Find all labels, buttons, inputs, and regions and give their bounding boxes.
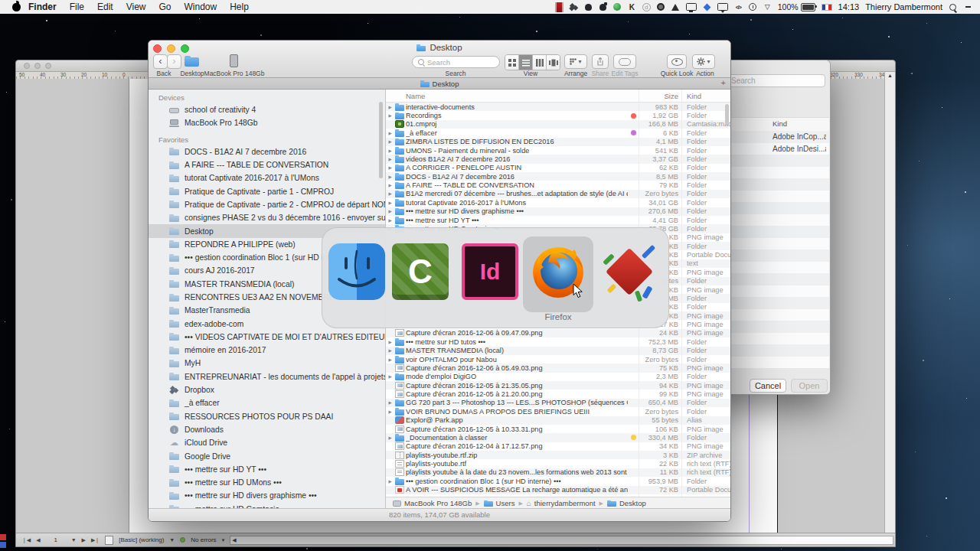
d-circle-icon[interactable]: d — [642, 3, 651, 11]
notification-center-icon[interactable] — [963, 2, 972, 12]
open-button[interactable]: Open — [791, 379, 828, 393]
action-button[interactable]: ▾ — [692, 54, 715, 69]
scroll-up-icon[interactable]: ▲ — [885, 73, 895, 78]
sidebar-item[interactable]: Pratique de Captivate - partie 1 - CMPRO… — [149, 184, 385, 197]
tab-desktop[interactable]: Desktop — [420, 80, 459, 88]
battery-icon[interactable] — [801, 3, 815, 11]
disclosure-triangle-icon[interactable]: ▶ — [386, 113, 394, 118]
sidebar-item[interactable]: DOCS - B1A2 AI 7 decembre 2016 — [149, 145, 385, 158]
app-icon-red-shapes-app[interactable] — [601, 243, 658, 300]
menu-file[interactable]: File — [70, 2, 84, 12]
green-apple-icon[interactable] — [613, 2, 622, 12]
sidebar-item[interactable]: ••• mettre sur HD YT ••• — [149, 463, 385, 476]
time-machine-icon[interactable] — [749, 2, 757, 12]
disclosure-triangle-icon[interactable]: ▶ — [386, 157, 394, 161]
path-segment[interactable]: Desktop — [607, 499, 646, 507]
sidebar-item[interactable]: Pratique de Captivate - partie 2 - CMPRO… — [149, 198, 385, 211]
menu-go[interactable]: Go — [159, 2, 172, 12]
new-tab-button[interactable]: + — [721, 78, 726, 87]
back-button[interactable]: ‹ — [153, 54, 168, 69]
file-row[interactable]: ▶••• mettre sur HD YT •••4,41 GBFolder — [386, 216, 730, 224]
K-icon[interactable]: K — [628, 2, 636, 12]
file-row[interactable]: A VOIR --- SUSPICIOUS MESSAGE La recharg… — [386, 486, 730, 494]
disclosure-triangle-icon[interactable]: ▶ — [386, 201, 394, 205]
file-row[interactable]: ▶A CORRIGER - PENELOPE AUSTIN62 KBFolder — [386, 164, 730, 172]
coverflow-view-button[interactable] — [547, 55, 560, 70]
disclosure-triangle-icon[interactable]: ▶ — [386, 105, 394, 109]
sidebar-item[interactable]: RESSOURCES PHOTOS POUR PS DAAI — [149, 410, 385, 423]
disclosure-triangle-icon[interactable]: ▶ — [386, 218, 394, 223]
app-icon-indesign[interactable]: Id — [462, 243, 518, 300]
file-row[interactable]: ▶DOCS - B1A2 AI 7 decembre 20168,5 MBFol… — [386, 172, 730, 181]
sidebar-item[interactable]: ENTREPREUNARIAT - les documents de l'app… — [149, 370, 385, 383]
file-row[interactable]: ▶UMONS - Paiement du minerval - solde541… — [386, 146, 730, 155]
finder-titlebar[interactable]: Desktop ‹ › Back Desktop MacBook Pro 148… — [149, 41, 730, 78]
file-row[interactable]: Capture d'écran 2016-12-05 à 21.20.00.pn… — [386, 390, 730, 398]
menu-finder[interactable]: Finder — [28, 2, 57, 12]
forward-button[interactable]: › — [167, 54, 181, 69]
file-row[interactable]: ▶tutorat Captivate 2016-2017 à l'UMons34… — [386, 198, 730, 207]
app-icon-finder[interactable] — [328, 243, 385, 300]
column-view-button[interactable] — [533, 55, 547, 70]
file-row[interactable]: ▶MASTER TRANSMEDIA (local)8,73 GBFolder — [386, 347, 730, 355]
sidebar-item[interactable]: MacBook Pro 148Gb — [149, 116, 385, 129]
file-row[interactable]: ▶mode d'emploi DigiGO2,3 MBFolder — [386, 373, 730, 381]
disclosure-triangle-icon[interactable]: ▶ — [386, 183, 394, 187]
file-row[interactable]: ▶_Documentation à classer330,4 MBFolder — [386, 433, 730, 442]
zoom-icon[interactable] — [45, 63, 51, 69]
sidebar-item[interactable]: _à effacer — [149, 396, 385, 409]
scroll-left-icon[interactable]: ◀ — [232, 537, 236, 543]
sidebar-item[interactable]: Google Drive — [149, 449, 385, 462]
tab-bar[interactable]: Desktop + — [149, 78, 730, 90]
quick-look-button[interactable] — [667, 54, 687, 69]
display-icon[interactable] — [686, 2, 697, 12]
file-row[interactable]: ▶videos B1A2 AI 7 decembre 20163,37 GBFo… — [386, 155, 730, 163]
swirl-icon[interactable] — [657, 2, 665, 12]
search-input[interactable]: Search — [412, 56, 500, 68]
sidebar-item[interactable]: A FAIRE --- TABLE DE CONVERSATION — [149, 158, 385, 171]
file-row[interactable]: playlists-youtube.rtf.zip3 KBZIP archive — [386, 451, 730, 459]
shape-icon[interactable]: ▽ — [763, 2, 772, 12]
menu-view[interactable]: View — [126, 2, 146, 12]
triangle-icon[interactable] — [671, 2, 680, 12]
view-mode-segmented-control[interactable] — [505, 54, 560, 70]
file-row[interactable]: Capture d'écran 2016-12-04 à 17.12.57.pn… — [386, 442, 730, 451]
page-dropdown-icon[interactable]: ▼ — [71, 537, 77, 543]
file-row[interactable]: ▶Recordings1,92 GBFolder — [386, 111, 730, 119]
path-segment[interactable]: MacBook Pro 148Gb — [393, 499, 472, 507]
apple-icon[interactable] — [12, 3, 21, 11]
spotlight-icon[interactable] — [949, 2, 957, 12]
close-icon[interactable] — [24, 63, 30, 69]
disclosure-triangle-icon[interactable]: ▶ — [386, 348, 394, 353]
sidebar-item[interactable]: Downloads — [149, 423, 385, 436]
disclosure-triangle-icon[interactable]: ▶ — [386, 174, 394, 179]
prev-page-button[interactable]: ◀ — [36, 537, 40, 543]
name-column-header[interactable]: Name — [386, 92, 639, 100]
disclosure-triangle-icon[interactable]: ▶ — [386, 435, 394, 440]
user-menu-label[interactable]: Thierry Dambermont — [865, 2, 942, 11]
dialog-kind-column-header[interactable]: Kind — [773, 119, 787, 128]
file-row[interactable]: ▶ZIMBRA LISTES DE DIFFUSION EN DEC20164,… — [386, 138, 730, 146]
file-row[interactable]: ▶B1A2 mercredi 07 décembre --- brushes..… — [386, 190, 730, 198]
disclosure-triangle-icon[interactable]: ▶ — [386, 409, 394, 414]
sidebar-item[interactable]: consignes PHASE 2 vs du 3 décembre 1016 … — [149, 211, 385, 224]
preset-dropdown-icon[interactable]: ▼ — [169, 537, 175, 543]
dropbox-icon[interactable] — [570, 2, 578, 12]
file-row[interactable]: Capture d'écran 2016-12-05 à 10.33.31.pn… — [386, 425, 730, 433]
file-row[interactable]: ▶••• gestion coordination Bloc 1 (sur HD… — [386, 477, 730, 485]
disclosure-triangle-icon[interactable]: ▶ — [386, 191, 394, 196]
first-page-button[interactable]: ❘◀ — [22, 537, 31, 543]
app-icon-camtasia[interactable]: C — [392, 243, 449, 300]
blob2-icon[interactable] — [599, 2, 607, 12]
device-shortcut-button[interactable] — [230, 54, 238, 67]
share-button[interactable] — [592, 54, 609, 69]
sidebar-item[interactable]: Dropbox — [149, 383, 385, 396]
minimize-icon[interactable] — [34, 63, 41, 69]
disclosure-triangle-icon[interactable]: ▶ — [386, 374, 394, 379]
cancel-button[interactable]: Cancel — [750, 379, 786, 393]
sidebar-scrollbar[interactable] — [379, 102, 383, 178]
list-view-button[interactable] — [519, 55, 533, 70]
clock-label[interactable]: 14:13 — [838, 2, 860, 11]
sidebar-item[interactable]: MyH — [149, 357, 385, 370]
path-segment[interactable]: Users — [484, 499, 515, 507]
